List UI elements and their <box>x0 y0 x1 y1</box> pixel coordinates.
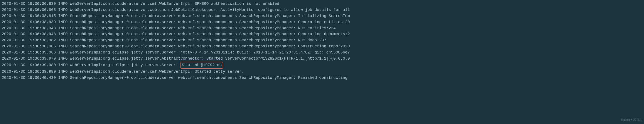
log-line: 2020-01-30 19:36:38,948 INFO SearchRepos… <box>2 31 642 37</box>
log-level: INFO <box>58 63 68 67</box>
log-level: INFO <box>58 20 68 24</box>
log-level: INFO <box>58 56 68 61</box>
log-message-highlighted: Started @197921ms <box>180 62 223 69</box>
log-line: 2020-01-30 19:36:38,982 INFO SearchRepos… <box>2 37 642 43</box>
log-level: INFO <box>58 76 68 80</box>
log-timestamp: 2020-01-30 19:36:40,439 <box>2 76 56 80</box>
log-source: SearchRepositoryManager-0:com.cloudera.s… <box>70 26 296 30</box>
log-line: 2020-01-30 19:36:38,815 INFO SearchRepos… <box>2 13 642 19</box>
log-line: 2020-01-30 19:36:39,980 INFO WebServerIm… <box>2 69 642 75</box>
log-level: INFO <box>58 8 68 12</box>
log-source: WebServerImpl:com.cloudera.server.cmf.We… <box>70 69 192 74</box>
log-timestamp: 2020-01-30 19:36:39,980 <box>2 69 56 74</box>
log-source: SearchRepositoryManager-0:com.cloudera.s… <box>70 32 296 36</box>
log-timestamp: 2020-01-30 19:36:36,839 <box>2 2 56 6</box>
log-message: Num docs:237 <box>298 38 326 42</box>
log-line: 2020-01-30 19:36:39,980 INFO WebServerIm… <box>2 62 642 69</box>
log-line: 2020-01-30 19:36:38,948 INFO SearchRepos… <box>2 25 642 31</box>
log-source: SearchRepositoryManager-0:com.cloudera.s… <box>70 14 296 18</box>
log-timestamp: 2020-01-30 19:36:36,863 <box>2 8 56 12</box>
log-level: INFO <box>58 2 68 6</box>
log-message: Generating entities:20 <box>298 20 350 24</box>
log-timestamp: 2020-01-30 19:36:38,948 <box>2 26 56 30</box>
log-level: INFO <box>58 26 68 30</box>
log-message: Constructing repo:2020 <box>298 44 350 48</box>
log-level: INFO <box>58 50 68 55</box>
log-source: SearchRepositoryManager-0:com.cloudera.s… <box>70 38 296 42</box>
log-line: 2020-01-30 19:36:38,986 INFO SearchRepos… <box>2 43 642 50</box>
log-source: WebServerImpl:com.cloudera.server.web.cm… <box>70 8 218 12</box>
log-message: Finished constructing <box>298 76 348 80</box>
log-message: Generating documents:2 <box>298 32 350 36</box>
log-line: 2020-01-30 19:36:39,966 INFO WebServerIm… <box>2 50 642 56</box>
log-line: 2020-01-30 19:36:40,439 INFO SearchRepos… <box>2 75 642 81</box>
log-level: INFO <box>58 38 68 42</box>
log-message: Started ServerConnector@132826c1{HTTP/1.… <box>206 56 350 61</box>
log-source: SearchRepositoryManager-0:com.cloudera.s… <box>70 76 296 80</box>
log-level: INFO <box>58 69 68 74</box>
log-message: SPNEGO authentication is not enabled <box>195 2 279 6</box>
log-timestamp: 2020-01-30 19:36:39,966 <box>2 50 56 55</box>
log-source: SearchRepositoryManager-0:com.cloudera.s… <box>70 20 296 24</box>
log-source: WebServerImpl:org.eclipse.jetty.server.S… <box>70 63 178 67</box>
log-source: SearchRepositoryManager-0:com.cloudera.s… <box>70 44 296 48</box>
log-timestamp: 2020-01-30 19:36:38,939 <box>2 20 56 24</box>
log-output: 2020-01-30 19:36:36,839 INFO WebServerIm… <box>2 1 642 81</box>
log-timestamp: 2020-01-30 19:36:38,815 <box>2 14 56 18</box>
log-timestamp: 2020-01-30 19:36:39,980 <box>2 63 56 67</box>
log-message: Num entities:224 <box>298 26 336 30</box>
log-timestamp: 2020-01-30 19:36:38,982 <box>2 38 56 42</box>
log-line: 2020-01-30 19:36:36,863 INFO WebServerIm… <box>2 7 642 13</box>
log-line: 2020-01-30 19:36:38,939 INFO SearchRepos… <box>2 19 642 25</box>
log-timestamp: 2020-01-30 19:36:39,979 <box>2 56 56 61</box>
log-message: jetty-9.4.14.v20181114; built: 2018-11-1… <box>180 50 350 55</box>
log-timestamp: 2020-01-30 19:36:38,986 <box>2 44 56 48</box>
log-level: INFO <box>58 32 68 36</box>
log-source: WebServerImpl:org.eclipse.jetty.server.S… <box>70 50 178 55</box>
log-level: INFO <box>58 14 68 18</box>
log-line: 2020-01-30 19:36:39,979 INFO WebServerIm… <box>2 56 642 62</box>
log-line: 2020-01-30 19:36:36,839 INFO WebServerIm… <box>2 1 642 7</box>
log-source: WebServerImpl:org.eclipse.jetty.server.A… <box>70 56 204 61</box>
log-message: Initializing SearchTem <box>298 14 350 18</box>
log-timestamp: 2020-01-30 19:36:38,948 <box>2 32 56 36</box>
log-level: INFO <box>58 44 68 48</box>
log-source: WebServerImpl:com.cloudera.server.cmf.We… <box>70 2 192 6</box>
log-message: ActivityMonitor configured to allow job … <box>220 8 350 12</box>
log-message: Started Jetty server. <box>195 69 244 74</box>
